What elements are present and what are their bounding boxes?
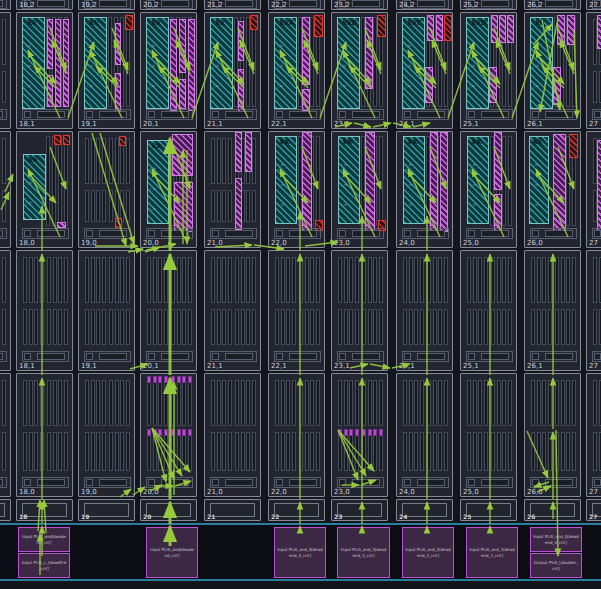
subblock-strip[interactable] xyxy=(494,132,502,190)
grid-tile[interactable]: 24,2 xyxy=(396,0,453,10)
grid-tile[interactable]: kkI_inI_inI_in18,1 xyxy=(16,12,73,129)
subblock-strip[interactable] xyxy=(47,19,53,69)
grid-tile[interactable]: kkI_inI_inI_in20,1 xyxy=(140,12,197,129)
io-block[interactable]: Input PLI0_and[deadend_cnt] xyxy=(18,527,70,552)
logic-block-kk[interactable]: kkI_inI_in xyxy=(23,154,46,220)
grid-tile[interactable]: kkI_inI_inI_in20,0 xyxy=(140,131,197,248)
subblock-strip[interactable] xyxy=(235,178,242,230)
logic-block-kk[interactable]: kkI_inI_inI_in xyxy=(84,17,107,109)
grid-tile[interactable]: 26 xyxy=(524,499,581,521)
subblock-strip[interactable] xyxy=(47,75,53,107)
grid-tile[interactable]: 26,2 xyxy=(524,0,581,10)
grid-tile[interactable] xyxy=(0,0,11,10)
subblock-strip[interactable] xyxy=(170,19,177,111)
logic-block-kk[interactable]: kkCI_inI_inI_in xyxy=(402,17,425,109)
grid-tile[interactable]: 25,0 xyxy=(460,373,517,497)
grid-tile[interactable]: 18,1 xyxy=(16,250,73,371)
subblock-strip[interactable] xyxy=(597,140,601,232)
logic-block-kk[interactable]: kkI_inI_inI_in xyxy=(403,136,425,224)
subblock-strip[interactable] xyxy=(179,19,186,73)
logic-block-kk[interactable]: kkI_inI_inI_in xyxy=(147,140,169,224)
grid-tile[interactable]: 27 xyxy=(586,250,601,371)
logic-block-kk[interactable]: kkI_inI_inI_in xyxy=(146,17,169,109)
grid-tile[interactable]: 25 xyxy=(460,499,517,521)
grid-tile[interactable] xyxy=(0,373,11,497)
logic-block-kk[interactable]: kkDI_inI_inI_in xyxy=(466,17,489,109)
logic-block-kk[interactable]: kkI_inI_inI_in xyxy=(275,136,297,224)
grid-tile[interactable]: 20,2 xyxy=(140,0,197,10)
grid-tile[interactable]: 24 xyxy=(396,499,453,521)
grid-tile[interactable]: kkI_inI_inI_in23,0 xyxy=(331,131,388,248)
subblock-strip[interactable] xyxy=(235,132,242,172)
grid-tile[interactable]: 22,2 xyxy=(268,0,325,10)
fpga-routing-canvas[interactable]: 18,219,220,221,222,223,224,225,226,227kk… xyxy=(0,0,601,589)
grid-tile[interactable]: kkI_inI_inI_in19,1 xyxy=(78,12,135,129)
grid-tile[interactable]: 25,1 xyxy=(460,250,517,371)
io-block[interactable]: Input PLI0_c_[deadfire_cnt] xyxy=(18,553,70,578)
subblock-strip[interactable] xyxy=(489,67,497,103)
logic-block-kk[interactable]: kkAI_inI_inI_in xyxy=(274,17,297,109)
grid-tile[interactable]: 27 xyxy=(586,499,601,521)
subblock-strip[interactable] xyxy=(557,15,565,45)
grid-tile[interactable]: 20,0 xyxy=(140,373,197,497)
grid-tile[interactable]: kkI_inI_inI_in22,0 xyxy=(268,131,325,248)
logic-block-kk[interactable]: kkI_inI_inI_in xyxy=(529,136,549,224)
grid-tile[interactable] xyxy=(0,499,11,521)
grid-tile[interactable]: kkI_inI_inI_in21,1 xyxy=(204,12,261,129)
subblock-strip[interactable] xyxy=(179,79,186,109)
grid-tile[interactable]: 18,2 xyxy=(16,0,73,10)
grid-tile[interactable]: 20 xyxy=(140,499,197,521)
grid-tile[interactable]: 22,1 xyxy=(268,250,325,371)
subblock-strip[interactable] xyxy=(302,89,310,111)
subblock-strip[interactable] xyxy=(567,15,575,45)
grid-tile[interactable]: 27 xyxy=(586,0,601,10)
grid-tile[interactable]: 20,1 xyxy=(140,250,197,371)
grid-tile[interactable]: 21,1 xyxy=(204,250,261,371)
grid-tile[interactable]: 26,1 xyxy=(524,250,581,371)
grid-tile[interactable]: 24,1 xyxy=(396,250,453,371)
io-block[interactable]: Input PLI0_and_1[deadend_1_cnt] xyxy=(466,527,518,578)
subblock-strip[interactable] xyxy=(440,132,448,232)
subblock-strip[interactable] xyxy=(507,15,514,43)
subblock-strip[interactable] xyxy=(430,132,438,232)
subblock-strip[interactable] xyxy=(597,15,601,49)
logic-block-kk[interactable]: kkI_inI_inI_in xyxy=(338,136,360,224)
logic-block-kk[interactable]: kkI_inI_inI_in xyxy=(22,17,45,109)
subblock-strip[interactable] xyxy=(188,19,195,111)
grid-tile[interactable]: 27 xyxy=(586,131,601,248)
grid-tile[interactable]: 23 xyxy=(331,499,388,521)
grid-tile[interactable] xyxy=(0,131,11,248)
subblock-strip[interactable] xyxy=(494,194,502,232)
grid-tile[interactable]: 19,1 xyxy=(78,250,135,371)
grid-tile[interactable]: 22,0 xyxy=(268,373,325,497)
grid-tile[interactable]: kkDI_inI_inI_in25,1 xyxy=(460,12,517,129)
io-block[interactable]: Output PLI0_[doubler_cnt] xyxy=(530,553,582,578)
grid-tile[interactable]: 19,0 xyxy=(78,131,135,248)
subblock-strip[interactable] xyxy=(238,21,244,61)
grid-tile[interactable]: 21,0 xyxy=(204,131,261,248)
grid-tile[interactable]: 21 xyxy=(204,499,261,521)
subblock-strip[interactable] xyxy=(55,19,61,107)
subblock-strip[interactable] xyxy=(499,15,506,43)
io-block[interactable]: Input PLI0_and[deadend_cnt] xyxy=(146,527,198,578)
grid-tile[interactable]: kkI_inI_inI_in26,1 xyxy=(524,12,581,129)
io-block[interactable]: Input PLI0_and_3[deadend_3_cnt] xyxy=(337,527,390,578)
subblock-strip[interactable] xyxy=(427,15,434,41)
subblock-strip[interactable] xyxy=(425,67,433,103)
grid-tile[interactable]: 18 xyxy=(16,499,73,521)
grid-tile[interactable]: 24,0 xyxy=(396,373,453,497)
grid-tile[interactable]: kkI_inI_inI_in24,0 xyxy=(396,131,453,248)
logic-block-kk[interactable]: kkBI_inI_inI_in xyxy=(337,17,360,109)
grid-tile[interactable]: 23,1 xyxy=(331,250,388,371)
logic-block-kk[interactable]: kkI_inI_inI_in xyxy=(210,17,233,109)
grid-tile[interactable]: 19 xyxy=(78,499,135,521)
grid-tile[interactable]: 19,2 xyxy=(78,0,135,10)
grid-tile[interactable]: kkI_inI_in18,0 xyxy=(16,131,73,248)
grid-tile[interactable] xyxy=(0,250,11,371)
subblock-strip[interactable] xyxy=(63,19,69,107)
subblock-strip[interactable] xyxy=(172,134,193,176)
subblock-strip[interactable] xyxy=(115,23,121,65)
subblock-strip[interactable] xyxy=(238,69,244,113)
logic-block-kk[interactable]: kkI_inI_inI_in xyxy=(530,17,553,109)
subblock-strip[interactable] xyxy=(553,134,566,232)
